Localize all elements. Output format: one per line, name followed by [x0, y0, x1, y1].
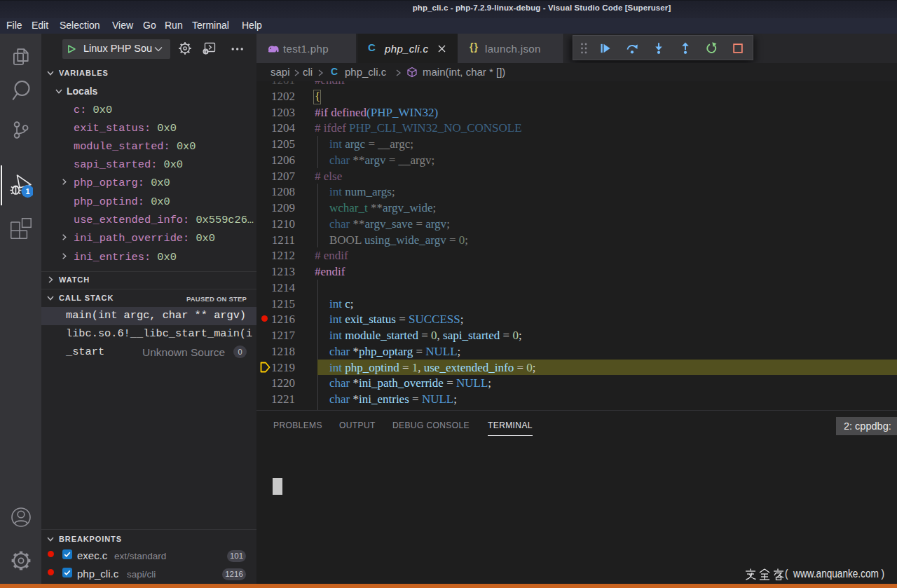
svg-text:1: 1	[25, 187, 29, 196]
